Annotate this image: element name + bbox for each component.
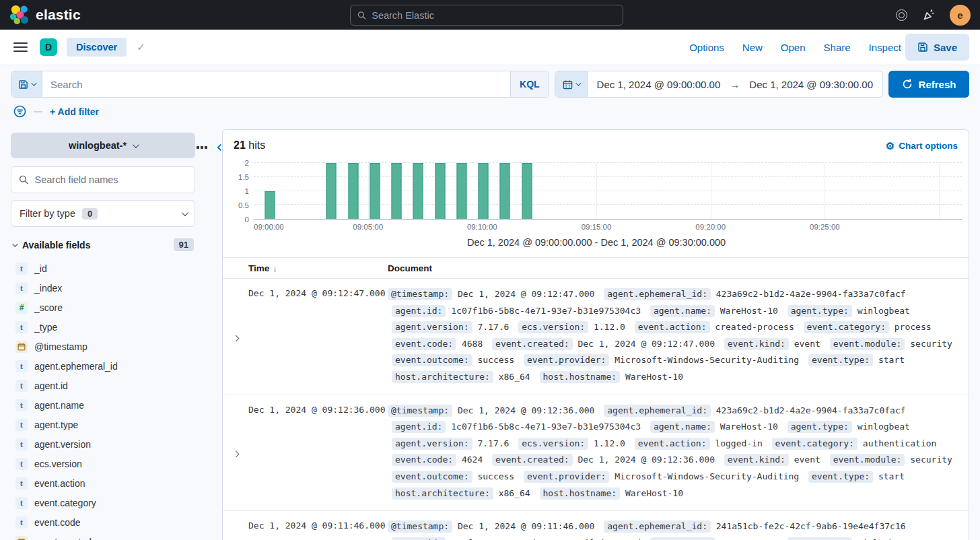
document-column-header: Document bbox=[388, 263, 969, 273]
field-name: _index bbox=[34, 283, 62, 294]
expand-row-button[interactable] bbox=[223, 518, 248, 540]
discover-panel: 21 hits ⚙ Chart options 00.511.52 09:00:… bbox=[222, 129, 969, 540]
doc-field-pill: agent.name: bbox=[650, 421, 715, 433]
newsfeed-icon[interactable] bbox=[922, 9, 935, 22]
field-item[interactable]: @timestamp bbox=[11, 337, 195, 356]
date-field-icon bbox=[15, 536, 28, 540]
row-timestamp: Dec 1, 2024 @ 09:11:46.000 bbox=[248, 518, 388, 540]
field-item[interactable]: t_index bbox=[11, 278, 195, 298]
field-item[interactable]: tecs.version bbox=[11, 454, 195, 473]
y-axis-tick-label: 1.5 bbox=[238, 173, 249, 181]
field-name: ecs.version bbox=[34, 459, 82, 469]
field-item[interactable]: #_score bbox=[11, 298, 195, 317]
string-field-icon: t bbox=[15, 419, 28, 431]
doc-field-pill: agent.id: bbox=[392, 305, 446, 317]
sort-descending-icon: ↓ bbox=[273, 263, 277, 273]
date-range-start[interactable]: Dec 1, 2024 @ 09:00:00.00 bbox=[588, 71, 730, 97]
available-fields-count-badge: 91 bbox=[174, 238, 194, 251]
global-search-bar[interactable] bbox=[350, 5, 623, 26]
kql-language-button[interactable]: KQL bbox=[510, 71, 549, 97]
horizontal-gridline bbox=[254, 162, 962, 163]
field-item[interactable]: t_type bbox=[11, 317, 195, 337]
doc-field-pill: event.type: bbox=[808, 471, 873, 483]
calendar-menu-button[interactable] bbox=[555, 71, 588, 97]
filter-menu-icon[interactable] bbox=[13, 105, 26, 118]
field-name: _score bbox=[34, 302, 63, 313]
expand-row-button[interactable] bbox=[223, 403, 248, 502]
time-column-header[interactable]: Time ↓ bbox=[248, 263, 388, 273]
field-item[interactable]: tevent.category bbox=[11, 493, 195, 512]
help-icon[interactable] bbox=[896, 9, 907, 21]
filter-by-type-label: Filter by type bbox=[20, 208, 75, 219]
breadcrumb-discover[interactable]: Discover bbox=[67, 38, 127, 57]
field-item[interactable]: tevent.action bbox=[11, 473, 195, 493]
doc-field-pill: host.architecture: bbox=[392, 487, 493, 500]
brand-name: elastic bbox=[36, 7, 81, 23]
expand-row-button[interactable] bbox=[223, 286, 248, 386]
field-item[interactable]: tagent.id bbox=[11, 376, 195, 395]
hits-count: 21 hits bbox=[234, 139, 265, 151]
documents-table: Time ↓ Document Dec 1, 2024 @ 09:12:47.0… bbox=[223, 257, 969, 540]
field-item[interactable]: tagent.type bbox=[11, 415, 195, 434]
index-pattern-label: winlogbeat-* bbox=[69, 140, 127, 151]
menu-item-share[interactable]: Share bbox=[824, 42, 851, 53]
chart-y-axis: 00.511.52 bbox=[231, 163, 254, 220]
doc-field-pill: @timestamp: bbox=[388, 520, 452, 533]
field-item[interactable]: tagent.name bbox=[11, 395, 195, 415]
field-search-input[interactable] bbox=[35, 174, 188, 185]
chart-options-button[interactable]: ⚙ Chart options bbox=[886, 141, 958, 151]
index-pattern-select[interactable]: winlogbeat-* bbox=[11, 133, 195, 158]
menu-item-options[interactable]: Options bbox=[689, 42, 724, 53]
menu-hamburger-icon[interactable] bbox=[13, 42, 28, 53]
doc-field-pill: agent.name: bbox=[650, 537, 715, 540]
saved-query-menu-button[interactable] bbox=[11, 71, 42, 97]
chart-time-range-caption: Dec 1, 2024 @ 09:00:00.000 - Dec 1, 2024… bbox=[231, 237, 962, 248]
search-icon bbox=[357, 11, 366, 20]
field-item[interactable]: tevent.code bbox=[11, 512, 195, 532]
check-icon: ✓ bbox=[137, 41, 145, 53]
field-name: agent.ephemeral_id bbox=[34, 361, 118, 372]
filter-by-type-select[interactable]: Filter by type 0 bbox=[11, 200, 195, 227]
kql-search-input[interactable] bbox=[42, 71, 510, 97]
top-bar: elastic e bbox=[0, 0, 980, 30]
search-group: KQL bbox=[11, 71, 549, 98]
menu-item-inspect[interactable]: Inspect bbox=[869, 42, 901, 53]
doc-field-pill: agent.id: bbox=[392, 537, 446, 540]
doc-field-pill: event.kind: bbox=[724, 338, 789, 350]
fields-sidebar: winlogbeat-* Filter by type 0 Available … bbox=[11, 133, 195, 540]
global-search-input[interactable] bbox=[372, 10, 616, 21]
field-item[interactable]: event.created bbox=[11, 532, 195, 540]
histogram-bar bbox=[413, 163, 423, 219]
field-item[interactable]: tagent.ephemeral_id bbox=[11, 356, 195, 376]
x-axis-tick-label: 09:10:00 bbox=[467, 223, 497, 231]
navbar-menu: OptionsNewOpenShareInspect bbox=[689, 42, 901, 53]
more-options-icon[interactable] bbox=[195, 145, 209, 150]
field-item[interactable]: t_id bbox=[11, 259, 195, 278]
string-field-icon: t bbox=[15, 477, 28, 490]
field-name: agent.id bbox=[34, 380, 68, 391]
topbar-controls: e bbox=[896, 5, 971, 26]
add-filter-button[interactable]: + Add filter bbox=[50, 106, 99, 117]
refresh-button[interactable]: Refresh bbox=[888, 71, 969, 98]
calendar-field-icon bbox=[18, 538, 26, 540]
chevron-down-icon bbox=[575, 80, 581, 86]
doc-field-pill: event.kind: bbox=[724, 454, 789, 466]
date-range-end[interactable]: Dec 1, 2024 @ 09:30:00.00 bbox=[740, 71, 882, 97]
field-item[interactable]: tagent.version bbox=[11, 434, 195, 454]
save-button[interactable]: Save bbox=[905, 34, 969, 61]
chevron-down-icon bbox=[12, 241, 18, 246]
y-axis-tick-label: 2 bbox=[245, 159, 249, 167]
field-name: event.code bbox=[34, 517, 81, 528]
row-timestamp: Dec 1, 2024 @ 09:12:47.000 bbox=[248, 286, 388, 386]
user-avatar[interactable]: e bbox=[950, 5, 971, 26]
x-axis-tick-label: 09:20:00 bbox=[695, 223, 726, 231]
available-fields-header[interactable]: Available fields 91 bbox=[11, 238, 195, 251]
horizontal-gridline bbox=[254, 176, 962, 177]
menu-item-new[interactable]: New bbox=[742, 42, 763, 53]
histogram-bar bbox=[326, 163, 337, 219]
filter-by-type-count-badge: 0 bbox=[82, 208, 98, 220]
doc-field-pill: event.category: bbox=[804, 321, 889, 333]
field-search-box[interactable] bbox=[11, 166, 195, 193]
menu-item-open[interactable]: Open bbox=[781, 42, 806, 53]
histogram-bar bbox=[370, 163, 380, 219]
